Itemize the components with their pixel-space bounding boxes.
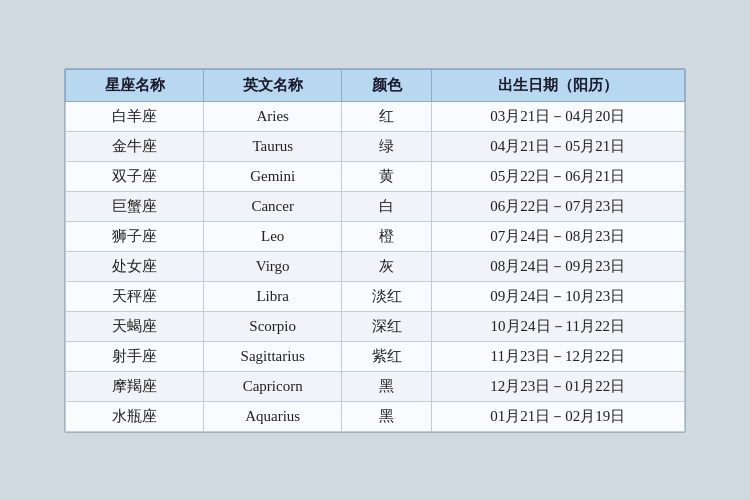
table-row: 巨蟹座Cancer白06月22日－07月23日 bbox=[66, 191, 685, 221]
table-row: 天秤座Libra淡红09月24日－10月23日 bbox=[66, 281, 685, 311]
table-cell-r4-c3: 07月24日－08月23日 bbox=[431, 221, 684, 251]
table-cell-r2-c3: 05月22日－06月21日 bbox=[431, 161, 684, 191]
table-cell-r1-c2: 绿 bbox=[342, 131, 431, 161]
table-cell-r6-c0: 天秤座 bbox=[66, 281, 204, 311]
table-cell-r10-c0: 水瓶座 bbox=[66, 401, 204, 431]
zodiac-table: 星座名称英文名称颜色出生日期（阳历） 白羊座Aries红03月21日－04月20… bbox=[65, 69, 685, 432]
table-cell-r4-c0: 狮子座 bbox=[66, 221, 204, 251]
table-row: 白羊座Aries红03月21日－04月20日 bbox=[66, 101, 685, 131]
column-header-2: 颜色 bbox=[342, 69, 431, 101]
table-cell-r3-c0: 巨蟹座 bbox=[66, 191, 204, 221]
table-cell-r5-c0: 处女座 bbox=[66, 251, 204, 281]
table-cell-r10-c2: 黑 bbox=[342, 401, 431, 431]
table-cell-r8-c2: 紫红 bbox=[342, 341, 431, 371]
table-cell-r4-c2: 橙 bbox=[342, 221, 431, 251]
column-header-1: 英文名称 bbox=[204, 69, 342, 101]
table-cell-r1-c3: 04月21日－05月21日 bbox=[431, 131, 684, 161]
table-header-row: 星座名称英文名称颜色出生日期（阳历） bbox=[66, 69, 685, 101]
table-cell-r10-c1: Aquarius bbox=[204, 401, 342, 431]
table-body: 白羊座Aries红03月21日－04月20日金牛座Taurus绿04月21日－0… bbox=[66, 101, 685, 431]
table-row: 摩羯座Capricorn黑12月23日－01月22日 bbox=[66, 371, 685, 401]
table-row: 金牛座Taurus绿04月21日－05月21日 bbox=[66, 131, 685, 161]
table-cell-r9-c2: 黑 bbox=[342, 371, 431, 401]
table-cell-r5-c1: Virgo bbox=[204, 251, 342, 281]
table-cell-r7-c0: 天蝎座 bbox=[66, 311, 204, 341]
table-row: 处女座Virgo灰08月24日－09月23日 bbox=[66, 251, 685, 281]
table-cell-r6-c1: Libra bbox=[204, 281, 342, 311]
table-cell-r10-c3: 01月21日－02月19日 bbox=[431, 401, 684, 431]
column-header-0: 星座名称 bbox=[66, 69, 204, 101]
table-cell-r9-c0: 摩羯座 bbox=[66, 371, 204, 401]
table-cell-r3-c3: 06月22日－07月23日 bbox=[431, 191, 684, 221]
table-row: 水瓶座Aquarius黑01月21日－02月19日 bbox=[66, 401, 685, 431]
table-cell-r7-c3: 10月24日－11月22日 bbox=[431, 311, 684, 341]
table-cell-r9-c3: 12月23日－01月22日 bbox=[431, 371, 684, 401]
table-cell-r7-c1: Scorpio bbox=[204, 311, 342, 341]
table-cell-r1-c0: 金牛座 bbox=[66, 131, 204, 161]
table-cell-r0-c3: 03月21日－04月20日 bbox=[431, 101, 684, 131]
table-cell-r3-c2: 白 bbox=[342, 191, 431, 221]
table-cell-r7-c2: 深红 bbox=[342, 311, 431, 341]
table-cell-r2-c1: Gemini bbox=[204, 161, 342, 191]
table-cell-r0-c2: 红 bbox=[342, 101, 431, 131]
table-cell-r6-c3: 09月24日－10月23日 bbox=[431, 281, 684, 311]
table-cell-r0-c0: 白羊座 bbox=[66, 101, 204, 131]
table-cell-r8-c1: Sagittarius bbox=[204, 341, 342, 371]
table-cell-r1-c1: Taurus bbox=[204, 131, 342, 161]
table-row: 双子座Gemini黄05月22日－06月21日 bbox=[66, 161, 685, 191]
table-cell-r9-c1: Capricorn bbox=[204, 371, 342, 401]
table-cell-r3-c1: Cancer bbox=[204, 191, 342, 221]
zodiac-table-wrapper: 星座名称英文名称颜色出生日期（阳历） 白羊座Aries红03月21日－04月20… bbox=[64, 68, 686, 433]
table-cell-r0-c1: Aries bbox=[204, 101, 342, 131]
table-row: 狮子座Leo橙07月24日－08月23日 bbox=[66, 221, 685, 251]
table-cell-r8-c0: 射手座 bbox=[66, 341, 204, 371]
table-row: 天蝎座Scorpio深红10月24日－11月22日 bbox=[66, 311, 685, 341]
table-cell-r2-c0: 双子座 bbox=[66, 161, 204, 191]
table-row: 射手座Sagittarius紫红11月23日－12月22日 bbox=[66, 341, 685, 371]
table-cell-r6-c2: 淡红 bbox=[342, 281, 431, 311]
table-cell-r8-c3: 11月23日－12月22日 bbox=[431, 341, 684, 371]
table-cell-r5-c2: 灰 bbox=[342, 251, 431, 281]
table-cell-r2-c2: 黄 bbox=[342, 161, 431, 191]
table-cell-r5-c3: 08月24日－09月23日 bbox=[431, 251, 684, 281]
table-cell-r4-c1: Leo bbox=[204, 221, 342, 251]
column-header-3: 出生日期（阳历） bbox=[431, 69, 684, 101]
